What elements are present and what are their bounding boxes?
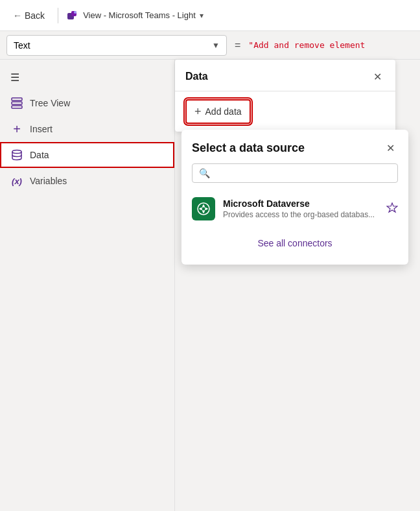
see-all-label[interactable]: See all connectors (257, 238, 332, 248)
sidebar-item-data[interactable]: Data (0, 142, 174, 168)
formula-bar: Text ▼ = "Add and remove element (0, 31, 420, 60)
sidebar-item-insert[interactable]: + Insert (0, 116, 174, 142)
see-all-connectors[interactable]: See all connectors (181, 232, 408, 254)
add-data-label: Add data (205, 106, 242, 117)
view-chevron-icon: ▾ (200, 11, 204, 20)
svg-point-8 (202, 208, 205, 211)
top-bar: ← Back View - Microsoft Teams - Light ▾ (0, 0, 420, 31)
data-icon (10, 149, 23, 161)
search-icon: 🔍 (199, 168, 210, 178)
data-panel-header: Data ✕ (175, 60, 395, 91)
sidebar-item-treeview[interactable]: Tree View (0, 90, 174, 116)
equals-sign: = (235, 40, 240, 51)
formula-dropdown[interactable]: Text ▼ (6, 35, 227, 56)
svg-rect-5 (12, 106, 22, 108)
formula-dropdown-value: Text (14, 40, 30, 51)
dataverse-logo (192, 197, 215, 220)
premium-icon (386, 202, 398, 216)
dataverse-desc: Provides access to the org-based databas… (223, 210, 379, 219)
svg-rect-4 (12, 102, 22, 104)
sidebar: ☰ Tree View + Insert (0, 60, 175, 511)
svg-rect-3 (12, 98, 22, 101)
data-panel-close-button[interactable]: ✕ (369, 69, 385, 84)
back-button[interactable]: ← Back (8, 8, 50, 23)
dataverse-info: Microsoft Dataverse Provides access to t… (223, 198, 379, 219)
sidebar-item-variables-label: Variables (30, 176, 67, 186)
datasource-title: Select a data source (192, 141, 305, 155)
datasource-header: Select a data source ✕ (181, 130, 408, 163)
data-panel-title: Data (185, 71, 208, 82)
back-label: Back (25, 10, 45, 21)
tree-view-icon (10, 97, 23, 110)
datasource-search-box[interactable]: 🔍 (192, 163, 398, 183)
datasource-search-input[interactable] (215, 168, 391, 178)
datasource-popup: Select a data source ✕ 🔍 Microsoft Datav… (181, 130, 408, 265)
sidebar-item-variables[interactable]: (x) Variables (0, 168, 174, 194)
teams-icon (66, 9, 79, 22)
dataverse-name: Microsoft Dataverse (223, 198, 379, 209)
insert-icon: + (10, 123, 23, 136)
data-panel: Data ✕ + Add data (175, 60, 395, 132)
divider (58, 8, 58, 23)
connector-item-dataverse[interactable]: Microsoft Dataverse Provides access to t… (181, 191, 408, 227)
sidebar-item-insert-label: Insert (30, 124, 52, 134)
sidebar-item-data-label: Data (30, 150, 49, 160)
back-arrow-icon: ← (13, 10, 22, 21)
datasource-close-button[interactable]: ✕ (382, 140, 398, 156)
variables-icon: (x) (10, 174, 23, 187)
sidebar-item-treeview-label: Tree View (30, 98, 70, 108)
view-label: View - Microsoft Teams - Light (83, 10, 196, 20)
svg-point-2 (74, 11, 76, 14)
add-data-button[interactable]: + Add data (185, 99, 251, 124)
svg-point-6 (12, 150, 21, 154)
view-selector[interactable]: View - Microsoft Teams - Light ▾ (66, 9, 204, 22)
chevron-down-icon: ▼ (212, 41, 220, 50)
hamburger-menu[interactable]: ☰ (0, 65, 174, 90)
add-data-plus-icon: + (194, 106, 202, 117)
svg-marker-9 (387, 203, 397, 212)
formula-code: "Add and remove element (248, 40, 365, 50)
